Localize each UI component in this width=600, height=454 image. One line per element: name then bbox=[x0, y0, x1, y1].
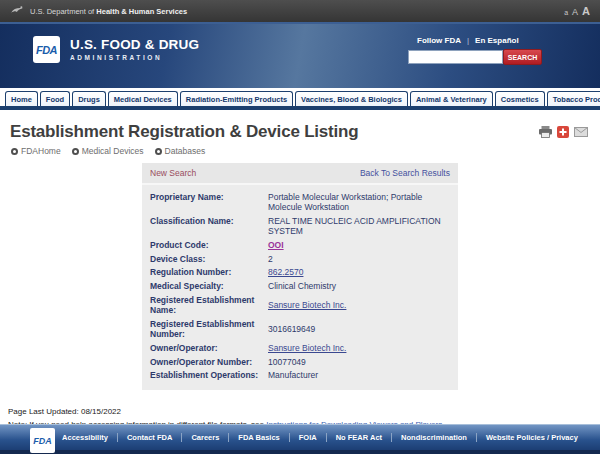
footer-link-contact-fda[interactable]: Contact FDA bbox=[118, 433, 182, 442]
email-icon[interactable] bbox=[574, 127, 588, 137]
share-icon[interactable] bbox=[557, 126, 569, 138]
print-icon[interactable] bbox=[539, 126, 552, 138]
classification-name-value: REAL TIME NUCLEIC ACID AMPLIFICATION SYS… bbox=[268, 216, 450, 237]
field-label: Proprietary Name: bbox=[150, 192, 268, 213]
table-row: Proprietary Name: Portable Molecular Wor… bbox=[150, 190, 450, 214]
table-row: Registered Establishment Name: Sansure B… bbox=[150, 293, 450, 317]
tab-animal-veterinary[interactable]: Animal & Veterinary bbox=[410, 91, 493, 106]
page-action-icons bbox=[539, 126, 588, 138]
table-row: Medical Specialty: Clinical Chemistry bbox=[150, 279, 450, 293]
table-row: Registered Establishment Number: 3016619… bbox=[150, 317, 450, 341]
owner-operator-link[interactable]: Sansure Biotech Inc. bbox=[268, 343, 450, 354]
field-label: Owner/Operator Number: bbox=[150, 357, 268, 368]
fda-wordmark-line1: U.S. FOOD & DRUG bbox=[70, 37, 199, 52]
fda-logo-text: FDA bbox=[36, 44, 57, 56]
field-label: Medical Specialty: bbox=[150, 281, 268, 292]
footer-bottom-strip bbox=[0, 450, 600, 454]
table-row: Regulation Number: 862.2570 bbox=[150, 266, 450, 280]
hhs-topbar: U.S. Department of Health & Human Servic… bbox=[0, 0, 600, 22]
medical-specialty-value: Clinical Chemistry bbox=[268, 281, 450, 292]
footer-link-careers[interactable]: Careers bbox=[182, 433, 229, 442]
table-row: Establishment Operations: Manufacturer bbox=[150, 369, 450, 383]
text-size-medium-button[interactable]: A bbox=[572, 7, 578, 17]
field-label: Registered Establishment Name: bbox=[150, 295, 268, 316]
footer-bar: FDA Accessibility Contact FDA Careers FD… bbox=[0, 424, 600, 450]
footer-fda-logo[interactable]: FDA bbox=[30, 428, 55, 453]
table-row: Product Code: OOI bbox=[150, 239, 450, 253]
back-to-search-results-link[interactable]: Back To Search Results bbox=[360, 168, 450, 178]
field-label: Device Class: bbox=[150, 254, 268, 265]
table-row: Owner/Operator Number: 10077049 bbox=[150, 355, 450, 369]
hhs-dept-bold: Health & Human Services bbox=[96, 7, 187, 16]
hhs-dept-prefix: U.S. Department of bbox=[30, 7, 94, 16]
field-label: Regulation Number: bbox=[150, 267, 268, 278]
registered-establishment-name-link[interactable]: Sansure Biotech Inc. bbox=[268, 300, 450, 311]
field-label: Registered Establishment Number: bbox=[150, 319, 268, 340]
tab-vaccines-blood-biologics[interactable]: Vaccines, Blood & Biologics bbox=[295, 91, 408, 106]
text-size-controls: a A A bbox=[564, 5, 590, 17]
establishment-operations-value: Manufacturer bbox=[268, 370, 450, 381]
search-input[interactable] bbox=[408, 50, 503, 64]
breadcrumb-medical-devices[interactable]: Medical Devices bbox=[72, 146, 144, 156]
search-button[interactable]: SEARCH bbox=[503, 49, 542, 65]
footer-link-accessibility[interactable]: Accessibility bbox=[53, 433, 118, 442]
breadcrumb-bullet-icon bbox=[155, 148, 162, 155]
page-header: Establishment Registration & Device List… bbox=[0, 110, 600, 156]
tab-medical-devices[interactable]: Medical Devices bbox=[108, 91, 178, 106]
footer-link-nondiscrimination[interactable]: Nondiscrimination bbox=[392, 433, 477, 442]
hhs-dept-text[interactable]: U.S. Department of Health & Human Servic… bbox=[30, 7, 187, 16]
follow-fda-link[interactable]: Follow FDA bbox=[417, 36, 461, 45]
fda-logo[interactable]: FDA bbox=[33, 36, 60, 63]
field-label: Product Code: bbox=[150, 240, 268, 251]
breadcrumb-bullet-icon bbox=[11, 148, 18, 155]
breadcrumb-label: Databases bbox=[165, 146, 206, 156]
text-size-large-button[interactable]: A bbox=[582, 5, 590, 17]
breadcrumb-fda-home[interactable]: FDAHome bbox=[11, 146, 61, 156]
registered-establishment-number-value: 3016619649 bbox=[268, 324, 450, 335]
footer-link-no-fear-act[interactable]: No FEAR Act bbox=[327, 433, 392, 442]
fda-wordmark: U.S. FOOD & DRUG ADMINISTRATION bbox=[70, 37, 199, 61]
footer-link-website-policies[interactable]: Website Policies / Privacy bbox=[477, 433, 587, 442]
owner-operator-number-value: 10077049 bbox=[268, 357, 450, 368]
breadcrumb-label: Medical Devices bbox=[82, 146, 144, 156]
tab-radiation-emitting-products[interactable]: Radiation-Emitting Products bbox=[180, 91, 293, 106]
device-detail-table: Proprietary Name: Portable Molecular Wor… bbox=[142, 185, 458, 384]
header-search: SEARCH bbox=[408, 49, 542, 65]
text-size-small-button[interactable]: a bbox=[564, 9, 568, 16]
footer-link-foia[interactable]: FOIA bbox=[290, 433, 327, 442]
header-links-separator: | bbox=[467, 36, 469, 45]
header-links: Follow FDA | En Español bbox=[417, 36, 519, 45]
field-label: Owner/Operator: bbox=[150, 343, 268, 354]
en-espanol-link[interactable]: En Español bbox=[475, 36, 519, 45]
footer-links: Accessibility Contact FDA Careers FDA Ba… bbox=[0, 425, 600, 450]
device-detail-panel: New Search Back To Search Results Propri… bbox=[142, 163, 458, 390]
new-search-link[interactable]: New Search bbox=[150, 168, 196, 178]
primary-nav: Home Food Drugs Medical Devices Radiatio… bbox=[0, 88, 600, 106]
product-code-link[interactable]: OOI bbox=[268, 240, 450, 251]
panel-toolbar: New Search Back To Search Results bbox=[142, 163, 458, 185]
hhs-eagle-icon bbox=[10, 4, 24, 18]
footer-link-fda-basics[interactable]: FDA Basics bbox=[229, 433, 289, 442]
tab-tobacco-products[interactable]: Tobacco Products bbox=[547, 91, 600, 106]
breadcrumb: FDAHome Medical Devices Databases bbox=[11, 146, 590, 156]
table-row: Owner/Operator: Sansure Biotech Inc. bbox=[150, 342, 450, 356]
tab-cosmetics[interactable]: Cosmetics bbox=[495, 91, 545, 106]
tab-food[interactable]: Food bbox=[40, 91, 70, 106]
breadcrumb-databases[interactable]: Databases bbox=[155, 146, 206, 156]
fda-wordmark-line2: ADMINISTRATION bbox=[70, 54, 199, 61]
table-row: Device Class: 2 bbox=[150, 252, 450, 266]
page-last-updated: Page Last Updated: 08/15/2022 bbox=[8, 406, 592, 418]
page-title: Establishment Registration & Device List… bbox=[10, 122, 590, 142]
field-label: Classification Name: bbox=[150, 216, 268, 237]
table-row: Classification Name: REAL TIME NUCLEIC A… bbox=[150, 214, 450, 238]
regulation-number-link[interactable]: 862.2570 bbox=[268, 267, 450, 278]
tab-drugs[interactable]: Drugs bbox=[72, 91, 106, 106]
tab-home[interactable]: Home bbox=[5, 91, 38, 106]
field-label: Establishment Operations: bbox=[150, 370, 268, 381]
fda-header: FDA U.S. FOOD & DRUG ADMINISTRATION Foll… bbox=[0, 22, 600, 88]
breadcrumb-bullet-icon bbox=[72, 148, 79, 155]
proprietary-name-value: Portable Molecular Workstation; Portable… bbox=[268, 192, 450, 213]
device-class-value: 2 bbox=[268, 254, 450, 265]
breadcrumb-label: FDAHome bbox=[21, 146, 61, 156]
footer-fda-logo-text: FDA bbox=[33, 436, 52, 446]
